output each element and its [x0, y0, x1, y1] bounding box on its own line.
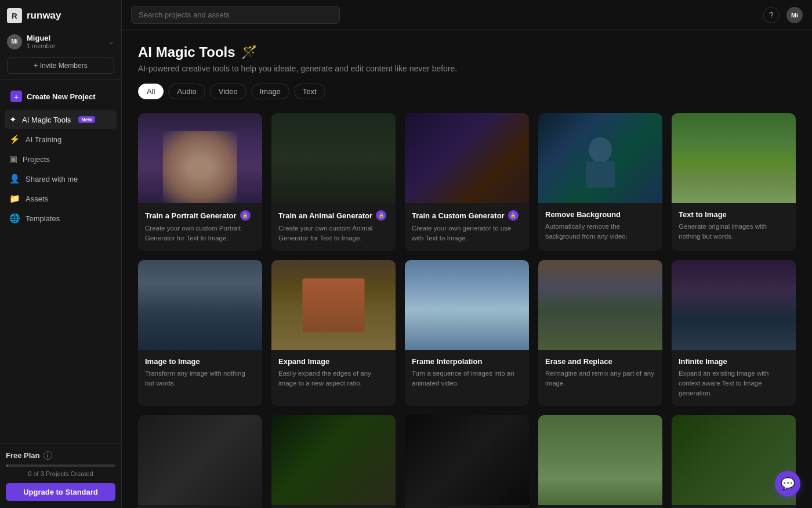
- help-button[interactable]: ?: [763, 7, 780, 23]
- tool-custom-title: Train a Custom Generator: [412, 211, 505, 220]
- tool-blur-color-grade[interactable]: Blur & Color Grade Apply blur and color …: [405, 415, 529, 508]
- plus-icon: +: [10, 91, 22, 102]
- lock-icon: 🔒: [508, 210, 519, 221]
- invite-members-button[interactable]: + Invite Members: [7, 57, 114, 74]
- topbar: ? Mi: [122, 0, 812, 30]
- tool-custom-info: Train a Custom Generator 🔒 Create your o…: [405, 203, 529, 251]
- tool-animal-desc: Create your own custom Animal Generator …: [278, 224, 389, 243]
- tools-grid-row2: Image to Image Transform any image with …: [138, 260, 796, 406]
- info-icon[interactable]: i: [44, 451, 52, 460]
- workspace-name: Miguel: [27, 34, 56, 42]
- tool-custom-generator[interactable]: Train a Custom Generator 🔒 Create your o…: [405, 113, 529, 251]
- tool-text-to-image-img: [672, 113, 796, 203]
- page-subtitle: AI-powered creative tools to help you id…: [138, 64, 796, 73]
- tool-r3-1-info: Motion Brush Add precise motion to speci…: [138, 505, 262, 508]
- tool-animal-info: Train an Animal Generator 🔒 Create your …: [271, 203, 396, 251]
- page-title-row: AI Magic Tools 🪄: [138, 44, 796, 60]
- logo-text: runway: [27, 10, 61, 21]
- tool-r3-3-image: [405, 415, 529, 505]
- sidebar-item-ai-magic-tools[interactable]: ✦ AI Magic Tools New: [5, 110, 117, 129]
- sidebar-item-shared-with-me[interactable]: 👤 Shared with me: [5, 170, 117, 188]
- tool-portrait-title: Train a Portrait Generator: [145, 211, 237, 220]
- tool-super-slow-motion[interactable]: Super Slow Motion Create smooth slow mot…: [672, 415, 796, 508]
- filter-audio[interactable]: Audio: [168, 84, 205, 99]
- tool-r3-4-info: Depth of Field Simulate depth of field i…: [538, 505, 662, 508]
- tool-infinite-image[interactable]: Infinite Image Expand an existing image …: [672, 260, 796, 406]
- chat-button[interactable]: 💬: [775, 471, 800, 496]
- tool-infinite-image-img: [672, 260, 796, 350]
- svg-rect-1: [586, 161, 615, 188]
- tool-portrait-image: [138, 113, 262, 203]
- tool-img2img-image: [138, 260, 262, 350]
- content-area: AI Magic Tools 🪄 AI-powered creative too…: [122, 30, 812, 508]
- tool-remove-bg-info: Remove Background Automatically remove t…: [538, 203, 662, 249]
- tool-3d-capture[interactable]: 3D Capture Turn any image into a 3D obje…: [271, 415, 396, 508]
- progress-bar: [6, 464, 115, 467]
- tool-r3-4-image: [538, 415, 662, 505]
- wand-icon: 🪄: [241, 45, 257, 60]
- tool-portrait-generator[interactable]: Train a Portrait Generator 🔒 Create your…: [138, 113, 262, 251]
- tool-expand-desc: Easily expand the edges of any image to …: [278, 369, 389, 388]
- shared-icon: 👤: [9, 174, 20, 184]
- tool-img2img-desc: Transform any image with nothing but wor…: [145, 369, 255, 388]
- tool-portrait-info: Train a Portrait Generator 🔒 Create your…: [138, 203, 262, 251]
- sidebar-item-assets[interactable]: 📁 Assets: [5, 189, 117, 208]
- tool-remove-bg-desc: Automatically remove the background from…: [545, 222, 655, 241]
- tool-remove-bg-title-row: Remove Background: [545, 210, 655, 219]
- sidebar-item-projects[interactable]: ▣ Projects: [5, 150, 117, 168]
- search-input[interactable]: [131, 6, 340, 24]
- tools-grid-row3: Motion Brush Add precise motion to speci…: [138, 415, 796, 508]
- tool-r3-2-image: [271, 415, 396, 505]
- tool-remove-bg-image: [538, 113, 662, 203]
- filter-video[interactable]: Video: [210, 84, 246, 99]
- assets-label: Assets: [26, 194, 48, 203]
- tool-animal-title-row: Train an Animal Generator 🔒: [278, 210, 389, 221]
- tool-custom-desc: Create your own generator to use with Te…: [412, 224, 522, 243]
- logo: R runway: [7, 8, 114, 23]
- svg-point-0: [589, 137, 612, 163]
- magic-icon: ✦: [9, 114, 17, 125]
- assets-icon: 📁: [9, 193, 20, 204]
- tool-erase-image: [538, 260, 662, 350]
- tool-r3-3-info: Blur & Color Grade Apply blur and color …: [405, 505, 529, 508]
- tool-expand-info: Expand Image Easily expand the edges of …: [271, 350, 396, 396]
- tool-portrait-title-row: Train a Portrait Generator 🔒: [145, 210, 255, 221]
- workspace-row: Mi Miguel 1 member ⌄: [7, 31, 114, 52]
- tool-r3-1-image: [138, 415, 262, 505]
- tool-depth-of-field[interactable]: Depth of Field Simulate depth of field i…: [538, 415, 662, 508]
- sidebar-item-ai-training[interactable]: ⚡ AI Training: [5, 130, 117, 149]
- tool-img2img-title: Image to Image: [145, 357, 200, 366]
- tool-animal-generator[interactable]: Train an Animal Generator 🔒 Create your …: [271, 113, 396, 251]
- tool-remove-bg-title: Remove Background: [545, 210, 621, 219]
- tool-text-to-image-title-row: Text to Image: [679, 210, 789, 219]
- lock-icon: 🔒: [240, 210, 251, 221]
- logo-icon: R: [7, 8, 22, 23]
- upgrade-button[interactable]: Upgrade to Standard: [6, 483, 115, 501]
- tool-custom-image: [405, 113, 529, 203]
- filter-text[interactable]: Text: [294, 84, 325, 99]
- tool-frame-interpolation[interactable]: Frame Interpolation Turn a sequence of i…: [405, 260, 529, 406]
- projects-count: 0 of 3 Projects Created: [6, 470, 115, 477]
- sidebar-item-templates[interactable]: 🌐 Templates: [5, 209, 117, 228]
- sidebar: R runway Mi Miguel 1 member ⌄ + Invite M…: [0, 0, 122, 508]
- tool-text-to-image[interactable]: Text to Image Generate original images w…: [672, 113, 796, 251]
- progress-bar-fill: [6, 464, 8, 467]
- tool-remove-background[interactable]: Remove Background Automatically remove t…: [538, 113, 662, 251]
- tool-frame-title-row: Frame Interpolation: [412, 357, 522, 366]
- tool-portrait-desc: Create your own custom Portrait Generato…: [145, 224, 255, 243]
- user-avatar[interactable]: Mi: [786, 7, 803, 23]
- tool-erase-replace[interactable]: Erase and Replace Reimagine and remix an…: [538, 260, 662, 406]
- tool-image-to-image[interactable]: Image to Image Transform any image with …: [138, 260, 262, 406]
- tool-expand-image[interactable]: Expand Image Easily expand the edges of …: [271, 260, 396, 406]
- filter-image[interactable]: Image: [251, 84, 289, 99]
- filter-all[interactable]: All: [138, 84, 164, 99]
- ai-magic-tools-label: AI Magic Tools: [22, 116, 71, 124]
- sidebar-item-create-project[interactable]: + Create New Project: [5, 86, 117, 107]
- workspace-details: Miguel 1 member: [27, 34, 56, 49]
- tools-grid-row1: Train a Portrait Generator 🔒 Create your…: [138, 113, 796, 251]
- tool-motion-brush[interactable]: Motion Brush Add precise motion to speci…: [138, 415, 262, 508]
- tool-expand-title: Expand Image: [278, 357, 329, 366]
- tool-expand-title-row: Expand Image: [278, 357, 389, 366]
- tool-infinite-title-row: Infinite Image: [679, 357, 789, 366]
- tool-animal-title: Train an Animal Generator: [278, 211, 372, 220]
